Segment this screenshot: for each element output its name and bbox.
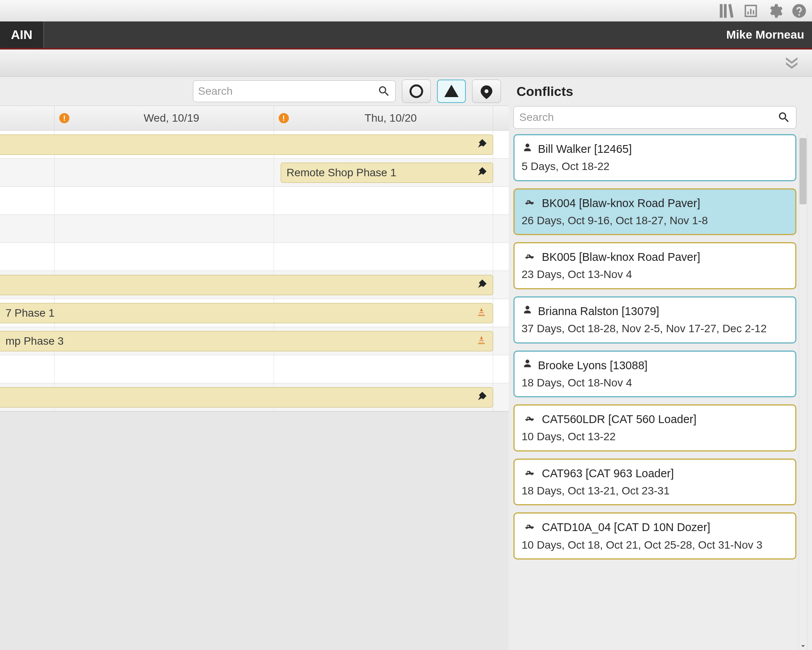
conflict-card[interactable]: CATD10A_04 [CAT D 10N Dozer]10 Days, Oct… bbox=[513, 512, 796, 560]
conflicts-filter-button[interactable] bbox=[437, 80, 466, 103]
app-title-fragment: AIN bbox=[0, 21, 44, 48]
conflict-badge-icon: ! bbox=[59, 113, 69, 123]
task-label: mp Phase 3 bbox=[5, 335, 64, 347]
cone-icon bbox=[476, 335, 486, 348]
help-icon[interactable] bbox=[791, 3, 807, 19]
schedule-toolbar bbox=[0, 77, 509, 106]
conflict-title: Brooke Lyons [13088] bbox=[538, 357, 647, 374]
reports-icon[interactable] bbox=[743, 3, 759, 19]
conflict-badge-icon: ! bbox=[279, 113, 289, 123]
conflict-dates: 10 Days, Oct 18, Oct 21, Oct 25-28, Oct … bbox=[522, 537, 788, 553]
equipment-icon bbox=[522, 411, 537, 427]
header-bar: AIN Mike Morneau bbox=[0, 21, 812, 50]
conflict-card[interactable]: Brianna Ralston [13079]37 Days, Oct 18-2… bbox=[513, 296, 796, 344]
date-label: Thu, 10/20 bbox=[289, 112, 493, 124]
equipment-icon bbox=[522, 466, 537, 482]
conflict-card[interactable]: CAT963 [CAT 963 Loader]18 Days, Oct 13-2… bbox=[513, 459, 796, 506]
conflict-title: Bill Walker [12465] bbox=[538, 141, 632, 157]
pushpin-icon bbox=[476, 391, 486, 404]
conflict-title: CAT963 [CAT 963 Loader] bbox=[542, 465, 674, 482]
conflict-card[interactable]: Bill Walker [12465]5 Days, Oct 18-22 bbox=[513, 134, 796, 181]
date-label: Wed, 10/19 bbox=[69, 112, 274, 124]
equipment-icon bbox=[522, 249, 537, 265]
conflict-title: BK004 [Blaw-knox Road Paver] bbox=[542, 195, 700, 211]
pushpin-icon bbox=[476, 138, 486, 151]
conflicts-search-input[interactable] bbox=[519, 111, 777, 124]
person-icon bbox=[522, 141, 533, 157]
conflict-title: CAT560LDR [CAT 560 Loader] bbox=[542, 411, 697, 427]
warning-icon bbox=[444, 83, 459, 99]
task-bar[interactable] bbox=[0, 135, 493, 155]
conflict-card[interactable]: BK005 [Blaw-knox Road Paver]23 Days, Oct… bbox=[513, 242, 796, 289]
conflict-dates: 18 Days, Oct 13-21, Oct 23-31 bbox=[522, 483, 788, 499]
schedule-search-input[interactable] bbox=[198, 85, 377, 97]
conflict-dates: 26 Days, Oct 9-16, Oct 18-27, Nov 1-8 bbox=[522, 213, 788, 229]
scrollbar-thumb[interactable] bbox=[800, 138, 807, 204]
date-column-wed[interactable]: ! Wed, 10/19 bbox=[55, 106, 274, 130]
library-icon[interactable] bbox=[718, 3, 735, 19]
conflicts-search[interactable] bbox=[513, 106, 796, 129]
conflict-dates: 5 Days, Oct 18-22 bbox=[522, 159, 788, 175]
search-icon bbox=[777, 111, 791, 124]
person-icon bbox=[522, 357, 533, 373]
date-column-thu[interactable]: ! Thu, 10/20 bbox=[274, 106, 494, 130]
date-header: ! Wed, 10/19 ! Thu, 10/20 bbox=[0, 106, 509, 131]
schedule-search[interactable] bbox=[193, 80, 396, 102]
conflict-card[interactable]: Brooke Lyons [13088]18 Days, Oct 18-Nov … bbox=[513, 351, 796, 398]
conflicts-pane: Conflicts Bill Walker [12465]5 Days, Oct… bbox=[509, 77, 812, 650]
conflict-title: Brianna Ralston [13079] bbox=[538, 303, 659, 319]
scroll-down-icon[interactable] bbox=[799, 642, 807, 650]
task-bar[interactable] bbox=[0, 275, 493, 295]
status-filter-button[interactable] bbox=[402, 80, 431, 103]
conflicts-title: Conflicts bbox=[513, 80, 808, 106]
task-bar[interactable] bbox=[0, 387, 493, 407]
conflict-title: CATD10A_04 [CAT D 10N Dozer] bbox=[542, 519, 710, 535]
cone-icon bbox=[476, 307, 486, 320]
conflict-dates: 23 Days, Oct 13-Nov 4 bbox=[522, 267, 788, 283]
conflicts-list[interactable]: Bill Walker [12465]5 Days, Oct 18-22BK00… bbox=[513, 134, 808, 567]
search-icon bbox=[377, 85, 391, 98]
equipment-icon bbox=[522, 519, 537, 535]
task-label: Remote Shop Phase 1 bbox=[287, 166, 396, 179]
task-label: 7 Phase 1 bbox=[5, 307, 55, 319]
conflict-dates: 37 Days, Oct 18-28, Nov 2-5, Nov 17-27, … bbox=[522, 321, 788, 337]
conflict-title: BK005 [Blaw-knox Road Paver] bbox=[542, 249, 700, 265]
settings-icon[interactable] bbox=[767, 3, 783, 19]
conflict-card[interactable]: CAT560LDR [CAT 560 Loader]10 Days, Oct 1… bbox=[513, 404, 796, 452]
task-bar[interactable]: 7 Phase 1 bbox=[0, 303, 493, 323]
sub-toolbar bbox=[0, 50, 812, 77]
equipment-icon bbox=[522, 195, 537, 211]
schedule-pane: ! Wed, 10/19 ! Thu, 10/20 Remote Shop Ph… bbox=[0, 77, 509, 650]
current-user[interactable]: Mike Morneau bbox=[726, 28, 804, 41]
expand-chevron-icon[interactable] bbox=[783, 53, 800, 73]
location-filter-button[interactable] bbox=[472, 80, 501, 103]
pushpin-icon bbox=[476, 279, 486, 292]
scrollbar[interactable] bbox=[799, 134, 807, 650]
conflict-card[interactable]: BK004 [Blaw-knox Road Paver]26 Days, Oct… bbox=[513, 188, 796, 236]
conflict-dates: 10 Days, Oct 13-22 bbox=[522, 429, 788, 445]
task-bar[interactable]: mp Phase 3 bbox=[0, 331, 493, 351]
conflict-dates: 18 Days, Oct 18-Nov 4 bbox=[522, 375, 788, 391]
pin-icon bbox=[479, 83, 494, 99]
top-icon-bar bbox=[0, 0, 812, 21]
circle-icon bbox=[409, 83, 424, 99]
schedule-grid[interactable]: Remote Shop Phase 1 7 Phase 1 bbox=[0, 131, 509, 650]
task-bar[interactable]: Remote Shop Phase 1 bbox=[281, 163, 493, 183]
pushpin-icon bbox=[476, 166, 486, 179]
person-icon bbox=[522, 303, 533, 319]
